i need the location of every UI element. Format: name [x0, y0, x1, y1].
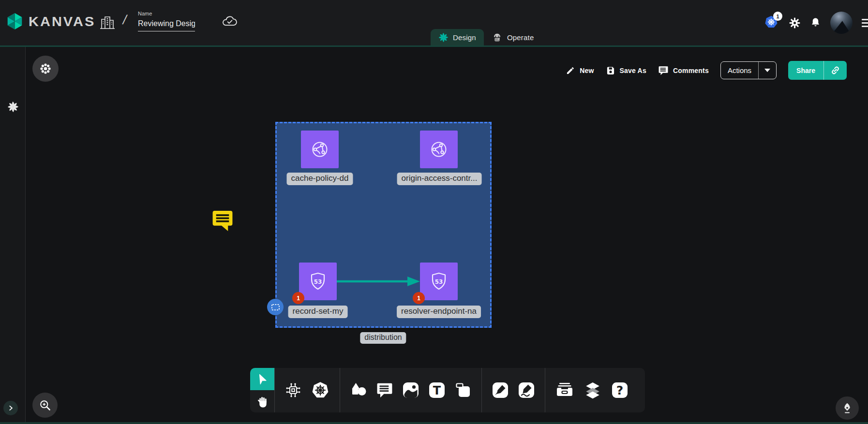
bell-icon — [810, 17, 821, 29]
text-tool[interactable]: T — [428, 381, 446, 399]
kubernetes-count-badge: 1 — [773, 12, 782, 21]
shapes-icon — [350, 382, 367, 398]
share-button[interactable]: Share — [788, 61, 823, 80]
save-as-button[interactable]: Save As — [606, 66, 646, 75]
layers-icon — [583, 381, 602, 399]
node-origin-access-control[interactable] — [420, 131, 458, 168]
design-name-input[interactable] — [138, 18, 195, 31]
meshery-logo-icon — [7, 101, 19, 113]
dashed-rect-icon — [271, 304, 280, 311]
organization-button[interactable] — [99, 14, 116, 30]
operate-tab-icon — [492, 32, 503, 43]
comment-marker[interactable] — [211, 209, 234, 234]
chevron-right-icon — [7, 405, 14, 411]
kubernetes-wheel-icon — [311, 381, 330, 399]
settings-button[interactable] — [789, 17, 801, 29]
actions-dropdown-button[interactable] — [758, 62, 776, 79]
kubernetes-context-button[interactable]: 1 — [763, 15, 779, 30]
cursor-icon — [256, 373, 268, 385]
group-select-handle[interactable] — [267, 299, 284, 315]
name-field-label: Name — [138, 11, 195, 16]
node-resolver-endpoint[interactable] — [420, 263, 458, 300]
actions-button[interactable]: Actions — [721, 62, 758, 79]
canvas-style-button[interactable] — [32, 56, 59, 82]
group-label[interactable]: distribution — [360, 332, 406, 344]
hand-icon — [256, 395, 269, 408]
brand: KANVAS — [6, 12, 95, 31]
pen-nib-icon — [841, 401, 853, 415]
mode-tabs: Design Operate — [431, 29, 542, 45]
select-tool[interactable] — [250, 368, 274, 390]
node-cache-policy[interactable] — [301, 131, 339, 168]
pen-path-icon — [492, 381, 509, 399]
circuit-icon — [284, 381, 302, 399]
help-tool[interactable]: ? — [611, 381, 629, 399]
cloudfront-globe-icon — [308, 138, 331, 161]
edge-record-to-resolver[interactable] — [337, 275, 420, 288]
actions-split-button: Actions — [720, 61, 777, 79]
bottom-tool-dock: T — [250, 368, 645, 412]
question-icon: ? — [611, 381, 629, 399]
comment-bubble-icon — [211, 209, 234, 232]
comment-tool[interactable] — [376, 381, 393, 399]
cloud-saved-icon — [222, 15, 238, 28]
layers-tool[interactable] — [583, 381, 602, 399]
node-label[interactable]: origin-access-contr... — [397, 173, 482, 185]
sidebar-expand-button[interactable] — [3, 401, 18, 415]
notifications-button[interactable] — [810, 17, 821, 29]
chevron-down-icon — [764, 69, 770, 72]
component-tool[interactable] — [284, 381, 302, 399]
kanvas-logo-icon — [6, 12, 24, 31]
copy-link-button[interactable] — [823, 61, 847, 80]
design-name-block: Name — [138, 11, 195, 31]
note-tool[interactable] — [454, 382, 472, 398]
draw-tool[interactable] — [518, 381, 535, 399]
link-icon — [830, 65, 840, 75]
header-right: 1 — [763, 0, 864, 45]
node-label[interactable]: cache-policy-dd — [286, 173, 353, 185]
new-button[interactable]: New — [566, 66, 594, 75]
design-pen-button[interactable] — [836, 396, 859, 420]
archive-drawer-icon — [555, 381, 574, 399]
note-icon — [454, 382, 472, 398]
kanvas-app: KANVAS / Name Design — [0, 0, 868, 424]
comments-button[interactable]: Comments — [658, 65, 709, 76]
zoom-button[interactable] — [32, 393, 58, 418]
gear-icon — [789, 17, 801, 29]
node-record-set[interactable] — [299, 263, 337, 300]
history-tool[interactable] — [555, 381, 574, 399]
component-tools — [275, 368, 340, 412]
header: KANVAS / Name Design — [0, 0, 868, 47]
comment-icon — [658, 65, 669, 76]
tab-design[interactable]: Design — [431, 29, 484, 45]
kubernetes-tool[interactable] — [311, 381, 330, 399]
edge-tool[interactable] — [492, 381, 509, 399]
pencil-icon — [566, 66, 575, 75]
annotation-tools: T — [340, 368, 481, 412]
user-avatar[interactable] — [830, 12, 853, 34]
text-icon: T — [428, 381, 446, 399]
image-tool[interactable] — [402, 381, 419, 399]
pan-tool[interactable] — [250, 390, 274, 412]
tab-operate[interactable]: Operate — [484, 29, 542, 45]
node-error-badge[interactable]: 1 — [292, 292, 304, 304]
svg-text:?: ? — [616, 383, 624, 397]
drawing-tools — [482, 368, 545, 412]
pointer-tools — [250, 368, 274, 412]
image-icon — [402, 381, 419, 399]
design-tab-icon — [438, 32, 449, 43]
node-label[interactable]: record-set-my — [288, 306, 348, 318]
save-status-button[interactable] — [222, 15, 238, 29]
header-menu-button[interactable] — [862, 19, 868, 27]
svg-text:T: T — [433, 384, 441, 397]
left-sidebar — [0, 47, 26, 422]
shapes-tool[interactable] — [350, 382, 367, 398]
flower-icon — [39, 62, 52, 75]
building-icon — [99, 14, 116, 30]
node-label[interactable]: resolver-endpoint-na — [397, 306, 481, 318]
save-icon — [606, 66, 615, 75]
node-error-badge[interactable]: 1 — [413, 292, 425, 304]
pencil-squiggle-icon — [518, 381, 535, 399]
canvas-toolbar: New Save As Comments Actions — [566, 61, 847, 80]
share-split-button: Share — [788, 61, 847, 80]
